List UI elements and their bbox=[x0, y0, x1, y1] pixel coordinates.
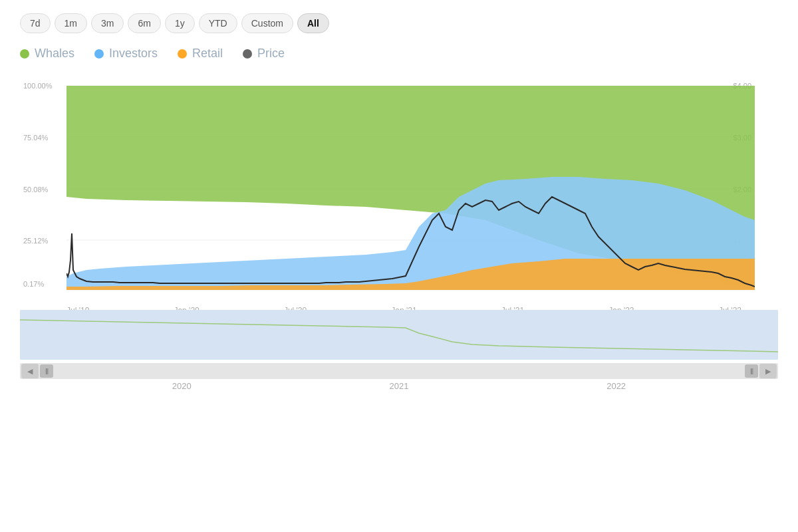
price-dot bbox=[243, 49, 252, 59]
chart-legend: Whales Investors Retail Price bbox=[20, 47, 778, 61]
main-container: 7d 1m 3m 6m 1y YTD Custom All Whales Inv… bbox=[0, 0, 798, 390]
btn-1y[interactable]: 1y bbox=[165, 13, 195, 33]
time-range-toolbar: 7d 1m 3m 6m 1y YTD Custom All bbox=[20, 13, 778, 33]
btn-3m[interactable]: 3m bbox=[91, 13, 124, 33]
legend-retail: Retail bbox=[178, 47, 223, 61]
svg-rect-7 bbox=[20, 310, 778, 360]
investors-dot bbox=[94, 49, 104, 59]
legend-whales: Whales bbox=[20, 47, 74, 61]
btn-all[interactable]: All bbox=[297, 13, 329, 33]
investors-label: Investors bbox=[109, 47, 158, 61]
btn-custom[interactable]: Custom bbox=[241, 13, 293, 33]
chart-svg: 100.00% 75.04% 50.08% 25.12% 0.17% $4.00… bbox=[20, 80, 778, 300]
y-label-50: 50.08% bbox=[23, 186, 49, 194]
y-label-0: 0.17% bbox=[23, 280, 44, 288]
btn-ytd[interactable]: YTD bbox=[199, 13, 237, 33]
scrollbar: ◀ ||| ||| ▶ bbox=[20, 363, 778, 379]
btn-1m[interactable]: 1m bbox=[55, 13, 87, 33]
navigator-years: 2020 2021 2022 bbox=[20, 379, 778, 393]
nav-year-2020: 2020 bbox=[172, 381, 192, 391]
legend-investors: Investors bbox=[94, 47, 158, 61]
btn-6m[interactable]: 6m bbox=[128, 13, 160, 33]
navigator-svg bbox=[20, 310, 778, 360]
btn-7d[interactable]: 7d bbox=[20, 13, 51, 33]
nav-year-2022: 2022 bbox=[606, 381, 626, 391]
y-label-100: 100.00% bbox=[23, 82, 53, 90]
main-chart: 100.00% 75.04% 50.08% 25.12% 0.17% $4.00… bbox=[20, 80, 778, 300]
legend-price: Price bbox=[243, 47, 285, 61]
whales-dot bbox=[20, 49, 29, 59]
whales-label: Whales bbox=[35, 47, 74, 61]
scrollbar-handle-right[interactable]: ||| bbox=[745, 364, 758, 378]
y-label-75: 75.04% bbox=[23, 134, 49, 142]
nav-year-2021: 2021 bbox=[390, 381, 409, 391]
scrollbar-handle-left[interactable]: ||| bbox=[40, 364, 53, 378]
retail-dot bbox=[178, 49, 187, 59]
price-label: Price bbox=[257, 47, 285, 61]
scrollbar-track: ||| ||| bbox=[39, 364, 759, 378]
retail-label: Retail bbox=[192, 47, 223, 61]
scrollbar-right-arrow[interactable]: ▶ bbox=[759, 364, 777, 378]
y-label-25: 25.12% bbox=[23, 237, 49, 245]
navigator: ◀ ||| ||| ▶ 2020 2021 2022 bbox=[20, 310, 778, 383]
scrollbar-left-arrow[interactable]: ◀ bbox=[21, 364, 39, 378]
